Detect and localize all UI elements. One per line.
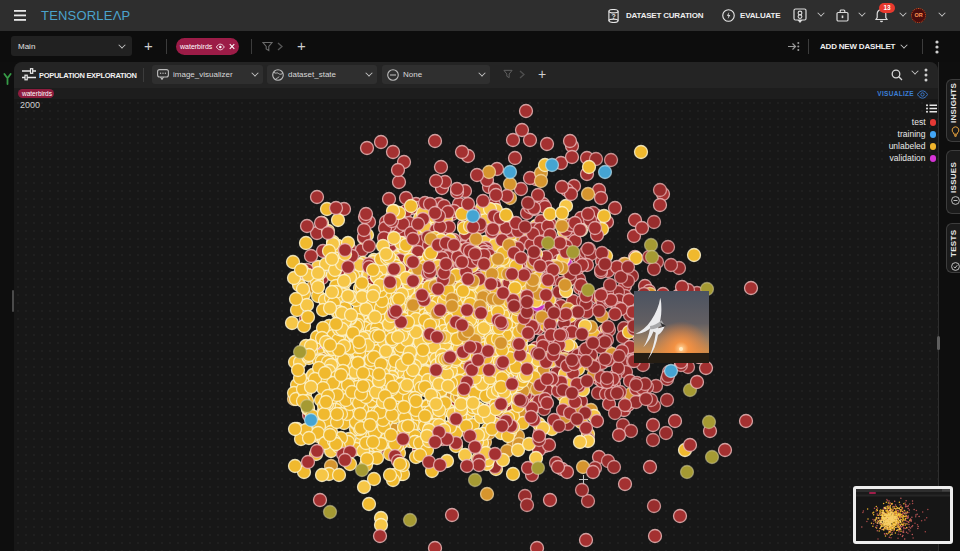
svg-text:?: ? <box>611 12 615 19</box>
